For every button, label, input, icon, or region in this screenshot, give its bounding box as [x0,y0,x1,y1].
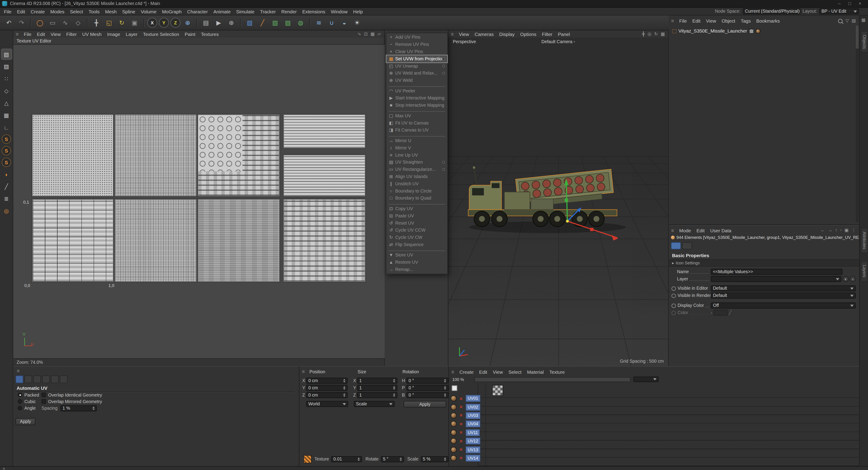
size-field[interactable]: 1 [357,377,398,384]
keyframe-icon[interactable] [672,303,676,308]
uv-tool-tab[interactable] [60,375,67,383]
menu-item[interactable]: Edit [34,31,48,38]
context-menu-item[interactable]: ▼ Store UV [386,251,447,259]
y-axis-button[interactable]: Y [159,18,169,28]
menu-dots-icon[interactable]: ⋮ [851,228,856,233]
context-menu-item[interactable]: ▲ Restore UV [386,259,447,266]
scrollbar[interactable] [856,26,859,222]
delete-x-icon[interactable]: × [458,421,464,427]
dock-tab[interactable]: Layers [861,261,868,281]
floor-object-icon[interactable]: ◒ [339,17,350,28]
uv-polygons-mode-icon[interactable]: ▦ [1,110,11,120]
edges-mode-icon[interactable]: ◇ [1,86,11,96]
context-menu-item[interactable] [389,110,445,112]
bp-projection-paint-icon[interactable]: S [2,146,11,156]
toolbar-icon[interactable] [29,17,33,28]
menu-item[interactable]: View [490,368,505,375]
dock-grid-icon[interactable]: ▦ [862,18,866,23]
menu-item[interactable]: Layer [123,31,141,38]
lasso-selection-icon[interactable]: ∿ [60,17,71,28]
render-picture-viewer-icon[interactable]: ▶ [213,17,224,28]
layer-set-dropdown[interactable] [633,376,659,382]
spline-pen-icon[interactable]: ╱ [257,17,268,28]
uv-island-tile[interactable] [32,199,114,282]
uv-tool-tab[interactable] [24,375,32,383]
uv-tool-tab[interactable] [42,375,50,383]
dock-tab[interactable]: Attributes [861,228,868,253]
grid-toggle-icon[interactable]: ▦ [371,31,375,36]
menu-item[interactable]: Modes [48,8,67,15]
menu-item[interactable]: Object [719,17,738,24]
context-menu-item[interactable]: ↔ Mirror U [386,137,447,144]
settings-dot-icon[interactable] [442,57,445,60]
scale-tool-icon[interactable]: ◱ [103,17,115,28]
uv-tag-label[interactable]: UV11 [466,429,480,436]
menu-item[interactable]: Character [185,8,211,15]
object-axis-mode-icon[interactable]: ∟ [1,122,11,132]
lock-icon[interactable]: ▣ [844,228,849,233]
menu-item[interactable]: Mesh [102,8,119,15]
uv-editor-tab[interactable]: Texture UV Editor [13,37,384,45]
menu-item[interactable]: Panel [555,31,573,38]
menu-item[interactable]: Window [328,8,350,15]
menu-item[interactable]: Edit [694,227,707,234]
spinner-icon[interactable] [392,379,395,382]
scale-field[interactable]: 5 % [421,456,448,462]
spinner-icon[interactable] [392,393,395,397]
name-field[interactable]: <<Multiple Values>> [711,269,843,275]
rotate-tool-icon[interactable]: ↻ [116,17,127,28]
x-axis-button[interactable]: X [147,18,157,28]
context-menu-item[interactable]: ⊟ Paste UV [386,212,447,220]
panel-menu-icon[interactable]: ≡ [670,18,675,24]
panel-menu-icon[interactable]: ≡ [14,31,20,37]
uv-tag-label[interactable]: UV13 [466,446,480,453]
menu-item[interactable]: Display [497,31,518,38]
menu-item[interactable]: Tags [738,17,753,24]
keyframe-icon[interactable] [672,293,676,298]
model-mode-icon[interactable]: ▧ [1,49,11,59]
histogram-icon[interactable]: ∿ [358,31,361,36]
context-menu-item[interactable]: → Remap... [386,266,447,273]
search-icon[interactable] [838,19,843,23]
menu-item[interactable]: Spline [119,8,138,15]
pan-view-icon[interactable]: ╋ [642,31,645,36]
spinner-icon[interactable] [342,379,345,382]
minimize-button[interactable]: – [838,1,841,6]
menu-item[interactable]: Volume [138,8,159,15]
maximize-view-icon[interactable]: ▦ [661,31,665,36]
uv-tag-label[interactable]: UV02 [466,403,480,410]
menu-item[interactable]: Extensions [300,8,328,15]
display-color-dropdown[interactable]: Off [711,303,856,309]
menu-item[interactable]: Options [517,31,539,38]
undo-icon[interactable]: ↶ [3,17,14,28]
filter-icon[interactable]: ▽ [845,18,849,23]
delete-x-icon[interactable]: × [458,404,464,410]
menu-item[interactable]: Texture Selection [140,31,182,38]
scale-mode-dropdown[interactable]: Scale [353,401,395,407]
context-menu-item[interactable] [389,134,445,137]
object-name[interactable]: Vityaz_S350E_Missile_Launcher [678,28,747,34]
texture-checker-icon[interactable] [303,455,312,464]
node-space-dropdown[interactable]: Current (Standard/Physical) [743,8,800,14]
material-row[interactable]: × UV14 [451,454,480,462]
menu-item[interactable]: Select [67,8,86,15]
up-level-icon[interactable]: ↑ [835,228,837,233]
uv-island-tile[interactable] [32,114,114,196]
uv-tool-tab[interactable] [51,375,59,383]
spacing-tool-icon[interactable]: ≋ [313,17,324,28]
live-selection-icon[interactable]: ◯ [34,17,45,28]
context-menu-item[interactable]: ⊡ Copy UV [386,205,447,212]
material-row[interactable]: × UV13 [451,445,480,454]
menu-item[interactable]: Cameras [472,31,497,38]
size-field[interactable]: 1 [357,385,398,391]
spinner-icon[interactable] [443,457,446,461]
add-cube-icon[interactable]: ▧ [270,17,281,28]
menu-item[interactable]: File [21,31,34,38]
bp-raybrush-icon[interactable]: S [2,158,11,167]
render-view-icon[interactable]: ▤ [200,17,211,28]
layer-dropdown[interactable] [711,276,841,282]
rotation-field[interactable]: 0 ° [406,385,448,391]
material-row[interactable]: × UV03 [451,411,480,420]
menu-item[interactable]: Simulate [233,8,257,15]
spinner-icon[interactable] [443,386,446,390]
